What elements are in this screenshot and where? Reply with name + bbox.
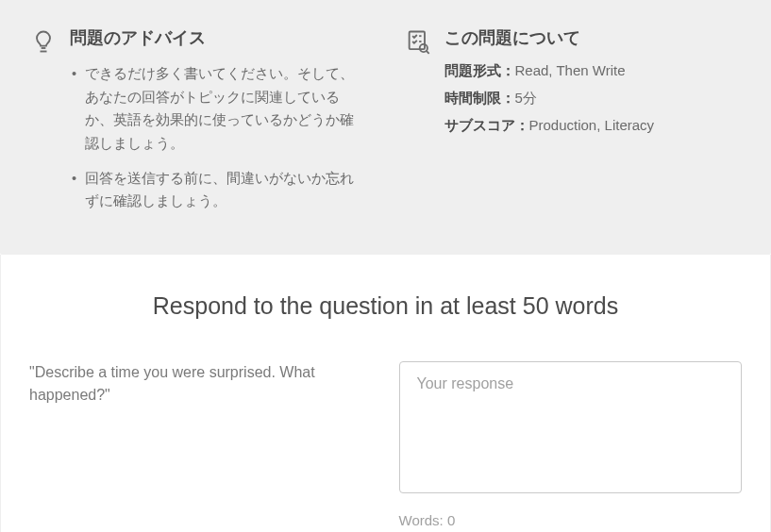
response-column: Words: 0 <box>399 361 743 528</box>
question-panel: Respond to the question in at least 50 w… <box>0 255 771 532</box>
svg-point-3 <box>419 44 427 52</box>
info-panel: 問題のアドバイス できるだけ多く書いてください。そして、あなたの回答がトピックに… <box>0 0 771 255</box>
about-column: この問題について 問題形式：Read, Then Write 時間制限：5分 サ… <box>405 26 742 224</box>
format-row: 問題形式：Read, Then Write <box>444 62 742 80</box>
checklist-icon <box>405 28 431 55</box>
about-content: この問題について 問題形式：Read, Then Write 時間制限：5分 サ… <box>444 26 742 224</box>
svg-line-4 <box>426 51 428 54</box>
format-value: Read, Then Write <box>515 62 626 78</box>
word-count-label: Words: <box>399 512 447 528</box>
subscore-row: サブスコア：Production, Literacy <box>444 117 742 135</box>
time-value: 5分 <box>515 90 537 106</box>
advice-tip: 回答を送信する前に、間違いがないか忘れずに確認しましょう。 <box>70 167 367 213</box>
question-answer-row: "Describe a time you were surprised. Wha… <box>29 361 742 528</box>
advice-tip: できるだけ多く書いてください。そして、あなたの回答がトピックに関連しているか、英… <box>70 62 367 156</box>
lightbulb-icon <box>30 28 57 55</box>
subscore-value: Production, Literacy <box>529 117 655 133</box>
advice-title: 問題のアドバイス <box>70 26 367 49</box>
question-prompt: "Describe a time you were surprised. Wha… <box>29 361 373 407</box>
advice-content: 問題のアドバイス できるだけ多く書いてください。そして、あなたの回答がトピックに… <box>70 26 367 224</box>
time-label: 時間制限： <box>444 90 515 106</box>
word-count: Words: 0 <box>399 512 743 528</box>
about-title: この問題について <box>444 26 742 49</box>
time-row: 時間制限：5分 <box>444 90 742 108</box>
subscore-label: サブスコア： <box>444 117 529 133</box>
instruction-text: Respond to the question in at least 50 w… <box>29 292 742 320</box>
advice-tips-list: できるだけ多く書いてください。そして、あなたの回答がトピックに関連しているか、英… <box>70 62 367 213</box>
word-count-value: 0 <box>447 512 455 528</box>
format-label: 問題形式： <box>444 62 515 78</box>
advice-column: 問題のアドバイス できるだけ多く書いてください。そして、あなたの回答がトピックに… <box>30 26 367 224</box>
response-input[interactable] <box>399 361 743 493</box>
